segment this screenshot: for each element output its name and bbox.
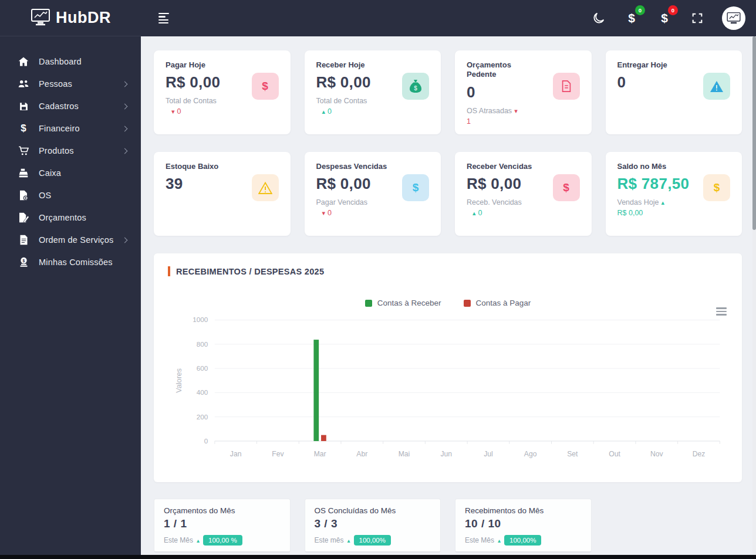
- file-pen-icon: [18, 212, 29, 223]
- mini-card-meta: Este mês ▴ 100,00%: [315, 535, 431, 546]
- mini-card-value: 1 / 1: [164, 517, 281, 530]
- receivables-notifications-button[interactable]: $ 0: [623, 10, 640, 26]
- card-title: Pagar Hoje: [166, 60, 279, 70]
- money-bag-icon: $: [402, 73, 429, 100]
- dollar-icon: $: [553, 174, 580, 201]
- svg-text:0: 0: [204, 437, 208, 445]
- card-os-concluidas-do-mes: OS Concluídas do Mês 3 / 3 Este mês ▴ 10…: [305, 499, 441, 553]
- trend-up-icon: ▴: [498, 537, 501, 544]
- svg-text:$: $: [22, 259, 25, 263]
- svg-text:400: 400: [197, 388, 208, 396]
- mini-card-title: Recebimentos do Mês: [465, 506, 582, 515]
- card-sub-value: R$ 0,00: [617, 209, 731, 217]
- dark-mode-toggle[interactable]: [590, 10, 607, 26]
- card-orcamentos-pedente: Orçamentos Pedente 0 OS Atrasadas▾ 1: [455, 50, 592, 134]
- svg-text:800: 800: [197, 340, 208, 348]
- main-content: Pagar Hoje R$ 0,00 Total de Contas ▾0 $ …: [141, 36, 752, 555]
- empty-grid-cell: [606, 499, 743, 553]
- card-orcamentos-do-mes: Orçamentos do Mês 1 / 1 Este Mês ▴ 100,0…: [154, 499, 291, 553]
- sidebar-item-orcamentos[interactable]: Orçamentos: [0, 206, 141, 229]
- fullscreen-button[interactable]: [689, 10, 706, 26]
- brand[interactable]: HubDR: [0, 0, 141, 36]
- card-title: Receber Vencidas: [467, 162, 580, 171]
- chart-title-row: RECEBIMENTOS / DESPESAS 2025: [168, 266, 728, 276]
- sidebar-item-minhas-comissoes[interactable]: $ Minhas Comissões: [0, 251, 141, 273]
- mini-card-meta: Este Mês ▴ 100,00 %: [164, 535, 281, 546]
- sidebar-item-pessoas[interactable]: Pessoas: [0, 73, 141, 95]
- sidebar-item-label: Financeiro: [39, 124, 123, 133]
- trend-up-icon: ▴: [661, 199, 664, 206]
- warning-icon: [703, 73, 730, 100]
- sidebar-item-produtos[interactable]: Produtos: [0, 140, 141, 162]
- svg-text:Jul: Jul: [484, 450, 493, 458]
- sidebar-item-ordem-de-servicos[interactable]: Ordem de Serviços: [0, 229, 141, 251]
- dollar-icon: $: [252, 73, 279, 100]
- card-recebimentos-do-mes: Recebimentos do Mês 10 / 10 Este Mês ▴ 1…: [455, 499, 592, 553]
- svg-text:Abr: Abr: [356, 450, 367, 458]
- legend-item-pagar[interactable]: Contas à Pagar: [464, 299, 531, 307]
- svg-text:Mar: Mar: [314, 450, 326, 458]
- file-plus-icon: [18, 189, 29, 201]
- card-title: Estoque Baixo: [166, 162, 279, 171]
- svg-text:Ago: Ago: [524, 450, 537, 458]
- stats-grid: Pagar Hoje R$ 0,00 Total de Contas ▾0 $ …: [154, 50, 742, 236]
- card-title: Saldo no Mês: [617, 162, 731, 171]
- svg-text:Set: Set: [567, 450, 578, 458]
- expand-icon: [691, 12, 704, 25]
- warning-icon: [252, 174, 279, 201]
- svg-text:Dez: Dez: [693, 450, 706, 458]
- monitor-chart-icon: [726, 12, 741, 25]
- trend-down-icon: ▾: [514, 107, 518, 114]
- users-icon: [18, 78, 29, 90]
- percentage-badge: 100,00 %: [203, 535, 242, 546]
- title-accent-bar: [168, 266, 170, 276]
- card-saldo-no-mes: Saldo no Mês R$ 787,50 Vendas Hoje▴ R$ 0…: [606, 152, 743, 236]
- chart-title: RECEBIMENTOS / DESPESAS 2025: [176, 267, 324, 276]
- card-sub-value: ▴0: [467, 209, 580, 217]
- sidebar-item-label: Minhas Comissões: [39, 258, 130, 267]
- trend-up-icon: ▴: [197, 537, 200, 544]
- card-receber-hoje: Receber Hoje R$ 0,00 Total de Contas ▴0 …: [305, 50, 441, 134]
- card-estoque-baixo: Estoque Baixo 39: [154, 152, 291, 236]
- sidebar-item-financeiro[interactable]: $ Financeiro: [0, 117, 141, 140]
- sidebar-menu: Dashboard Pessoas Cadastros $ Financeiro: [0, 50, 141, 273]
- mini-card-meta: Este Mês ▴ 100,00%: [465, 535, 582, 546]
- chart-legend: Contas à Receber Contas à Pagar: [168, 299, 728, 307]
- sidebar-item-dashboard[interactable]: Dashboard: [0, 50, 141, 73]
- svg-text:Fev: Fev: [272, 450, 284, 458]
- svg-text:600: 600: [197, 364, 208, 372]
- card-sub-value: ▴0: [316, 107, 430, 116]
- sidebar-item-label: Orçamentos: [39, 213, 130, 222]
- user-avatar[interactable]: [722, 6, 745, 30]
- app-window: HubDR Dashboard Pessoas Cadastros: [0, 0, 756, 559]
- file-icon: [553, 73, 580, 100]
- sidebar-item-caixa[interactable]: Caixa: [0, 162, 141, 184]
- dollar-icon: $: [661, 11, 668, 25]
- sidebar-item-os[interactable]: OS: [0, 184, 141, 206]
- chevron-right-icon: [122, 148, 128, 154]
- card-sub-label: OS Atrasadas▾: [467, 107, 580, 115]
- chevron-right-icon: [122, 81, 128, 87]
- moon-icon: [592, 11, 606, 25]
- sidebar-toggle-button[interactable]: [158, 13, 169, 24]
- card-title: Receber Hoje: [316, 60, 430, 70]
- topbar: $ 0 $ 0: [141, 0, 756, 36]
- svg-text:Jan: Jan: [230, 450, 242, 458]
- chart-menu-button[interactable]: [716, 307, 727, 316]
- card-pagar-hoje: Pagar Hoje R$ 0,00 Total de Contas ▾0 $: [154, 50, 291, 134]
- sidebar-item-label: OS: [39, 191, 130, 200]
- payables-notifications-button[interactable]: $ 0: [656, 10, 673, 26]
- svg-text:200: 200: [197, 413, 208, 421]
- card-sub-value: ▾0: [166, 107, 279, 116]
- cart-icon: [18, 145, 29, 157]
- scrollbar-thumb[interactable]: [752, 36, 756, 230]
- legend-item-receber[interactable]: Contas à Receber: [365, 299, 441, 307]
- logo-monitor-icon: [30, 8, 51, 28]
- svg-text:Valores: Valores: [175, 368, 183, 393]
- cash-register-icon: [18, 167, 29, 179]
- trend-up-icon: ▴: [322, 108, 326, 115]
- vertical-scrollbar[interactable]: [752, 36, 756, 555]
- legend-label: Contas à Pagar: [476, 299, 531, 307]
- sidebar-item-cadastros[interactable]: Cadastros: [0, 95, 141, 117]
- sidebar-item-label: Dashboard: [39, 57, 130, 66]
